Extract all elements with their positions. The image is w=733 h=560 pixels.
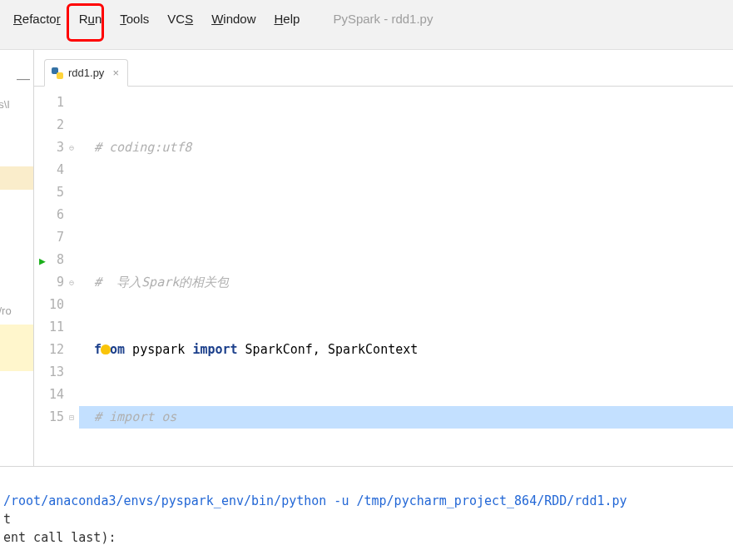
line-number: 13 xyxy=(34,361,64,384)
terminal-output: t xyxy=(3,512,11,527)
fold-icon[interactable]: ⊖ xyxy=(69,136,74,159)
fold-icon[interactable]: ⊖ xyxy=(69,271,74,294)
code-line: ⊖# 导入Spark的相关包 xyxy=(79,271,733,294)
line-number: 2 xyxy=(34,114,64,136)
code-line xyxy=(79,204,733,226)
menu-window[interactable]: Window xyxy=(203,7,264,31)
main-area: — jects\I p://ro rdd1.py × ▶ 1 2 3 4 5 6… xyxy=(0,50,733,466)
menu-run[interactable]: Run xyxy=(71,7,111,31)
line-number: 10 xyxy=(34,294,64,316)
line-number: 11 xyxy=(34,316,64,339)
line-number: 14 xyxy=(34,384,64,406)
tab-bar: rdd1.py × xyxy=(34,50,733,87)
line-number: 5 xyxy=(34,181,64,204)
close-icon[interactable]: × xyxy=(112,67,119,79)
line-number: 4 xyxy=(34,159,64,181)
terminal-output: ent call last): xyxy=(3,530,116,545)
menu-tools[interactable]: Tools xyxy=(111,7,157,31)
code-line: ⊖# coding:utf8 xyxy=(79,136,733,159)
menu-help[interactable]: Help xyxy=(266,7,309,31)
run-gutter-icon[interactable]: ▶ xyxy=(39,250,46,272)
fold-icon[interactable]: ⊟ xyxy=(69,406,74,429)
line-number: 15 xyxy=(34,406,64,429)
editor: rdd1.py × ▶ 1 2 3 4 5 6 7 8 9 10 11 12 1… xyxy=(33,50,733,466)
python-file-icon xyxy=(52,67,63,79)
code-line: fom pyspark import SparkConf, SparkConte… xyxy=(79,339,733,361)
tab-label: rdd1.py xyxy=(68,67,104,79)
line-number: 9 xyxy=(34,271,64,294)
menu-refactor[interactable]: Refactor xyxy=(5,7,69,31)
code-editor[interactable]: ▶ 1 2 3 4 5 6 7 8 9 10 11 12 13 14 15 ⊖#… xyxy=(34,87,733,466)
intention-bulb-icon[interactable] xyxy=(101,344,111,354)
app-title: PySpark - rdd1.py xyxy=(333,7,433,26)
bookmark-marker xyxy=(0,166,33,190)
line-number: 7 xyxy=(34,226,64,249)
line-number: 12 xyxy=(34,339,64,361)
line-number: 3 xyxy=(34,136,64,159)
selection-marker xyxy=(0,325,33,371)
line-number: 6 xyxy=(34,204,64,226)
collapse-icon[interactable]: — xyxy=(17,72,30,87)
tab-rdd1[interactable]: rdd1.py × xyxy=(44,59,128,87)
terminal-command: /root/anaconda3/envs/pyspark_env/bin/pyt… xyxy=(3,493,627,508)
run-tool-window[interactable]: /root/anaconda3/envs/pyspark_env/bin/pyt… xyxy=(0,466,733,553)
menu-vcs[interactable]: VCS xyxy=(159,7,201,31)
left-sidebar: — jects\I p://ro xyxy=(0,50,33,466)
code-line: ⊟# import os xyxy=(79,406,733,429)
menu-bar: Refactor Run Tools VCS Window Help PySpa… xyxy=(0,0,733,50)
code-content[interactable]: ⊖# coding:utf8 ⊖# 导入Spark的相关包 fom pyspar… xyxy=(79,87,733,466)
line-number: 1 xyxy=(34,92,64,114)
url-fragment: p://ro xyxy=(0,305,12,317)
breadcrumb-fragment: jects\I xyxy=(0,98,10,111)
